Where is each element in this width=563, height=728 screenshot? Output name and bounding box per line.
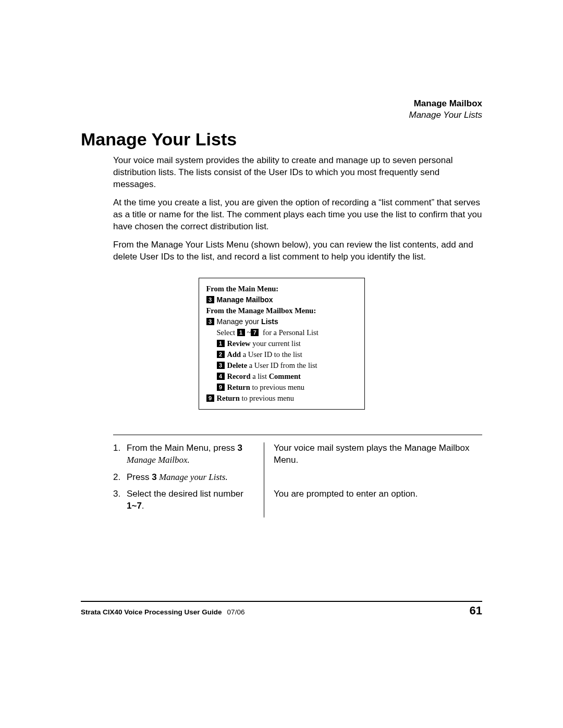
menu-item-label: Manage Mailbox xyxy=(217,294,357,305)
menu-subitem: 3 Delete a User ID from the list xyxy=(217,360,357,371)
step-result xyxy=(264,472,482,489)
menu-item: 9 Return to previous menu xyxy=(206,393,357,404)
key-icon: 9 xyxy=(217,384,225,391)
menu-subitem-label: Return to previous menu xyxy=(227,382,357,393)
key-icon: 7 xyxy=(251,329,259,336)
step-row: 2. Press 3 Manage your Lists. xyxy=(113,472,482,489)
menu-heading: From the Manage Mailbox Menu: xyxy=(206,305,357,316)
header-subsection: Manage Your Lists xyxy=(409,109,483,121)
step-number: 3. xyxy=(113,488,127,517)
menu-item: 3 Manage your Lists xyxy=(206,316,357,327)
step-action: Select the desired list number 1~7. xyxy=(127,488,264,517)
menu-item: 3 Manage Mailbox xyxy=(206,294,357,305)
footer-divider xyxy=(81,601,482,602)
step-number: 2. xyxy=(113,472,127,489)
footer-guide-title: Strata CIX40 Voice Processing User Guide… xyxy=(81,608,244,616)
menu-item-label: Manage your Lists xyxy=(217,316,357,327)
key-icon: 2 xyxy=(217,351,225,358)
page-title: Manage Your Lists xyxy=(81,129,482,150)
menu-subitem-label: Record a list Comment xyxy=(227,371,357,382)
menu-subitem: 2 Add a User ID to the list xyxy=(217,349,357,360)
step-row: 3. Select the desired list number 1~7. Y… xyxy=(113,488,482,517)
key-icon: 3 xyxy=(217,362,225,369)
page-footer: Strata CIX40 Voice Processing User Guide… xyxy=(81,604,482,618)
document-page: Manage Mailbox Manage Your Lists Manage … xyxy=(0,0,563,728)
menu-subitem-label: Delete a User ID from the list xyxy=(227,360,357,371)
header-section: Manage Mailbox xyxy=(409,98,483,109)
key-icon: 4 xyxy=(217,373,225,380)
menu-subitem-label: Review your current list xyxy=(227,338,357,349)
key-icon: 1 xyxy=(217,340,225,347)
step-row: 1. From the Main Menu, press 3 Manage Ma… xyxy=(113,442,482,472)
paragraph: From the Manage Your Lists Menu (shown b… xyxy=(113,239,482,263)
menu-item-label: Return to previous menu xyxy=(217,393,357,404)
divider xyxy=(113,435,482,435)
key-icon: 9 xyxy=(206,394,214,402)
menu-reference-box: From the Main Menu: 3 Manage Mailbox Fro… xyxy=(199,278,365,410)
step-result: You are prompted to enter an option. xyxy=(264,488,482,517)
key-icon: 1 xyxy=(237,329,245,336)
step-action: From the Main Menu, press 3 Manage Mailb… xyxy=(127,442,264,472)
menu-heading: From the Main Menu: xyxy=(206,283,357,294)
paragraph: At the time you create a list, you are g… xyxy=(113,197,482,233)
menu-subitem: 9 Return to previous menu xyxy=(217,382,357,393)
key-icon: 3 xyxy=(206,318,214,325)
step-number: 1. xyxy=(113,442,127,472)
paragraph: Your voice mail system provides the abil… xyxy=(113,155,482,191)
menu-select-line: Select 1~7 for a Personal List xyxy=(217,327,357,338)
page-number: 61 xyxy=(470,604,482,618)
menu-subitem-label: Add a User ID to the list xyxy=(227,349,357,360)
body-text: Your voice mail system provides the abil… xyxy=(113,155,482,263)
menu-subitem: 4 Record a list Comment xyxy=(217,371,357,382)
steps-table: 1. From the Main Menu, press 3 Manage Ma… xyxy=(113,442,482,518)
step-action: Press 3 Manage your Lists. xyxy=(127,472,264,489)
key-icon: 3 xyxy=(206,296,214,303)
step-result: Your voice mail system plays the Manage … xyxy=(264,442,482,472)
menu-subitem: 1 Review your current list xyxy=(217,338,357,349)
page-header: Manage Mailbox Manage Your Lists xyxy=(409,98,483,121)
